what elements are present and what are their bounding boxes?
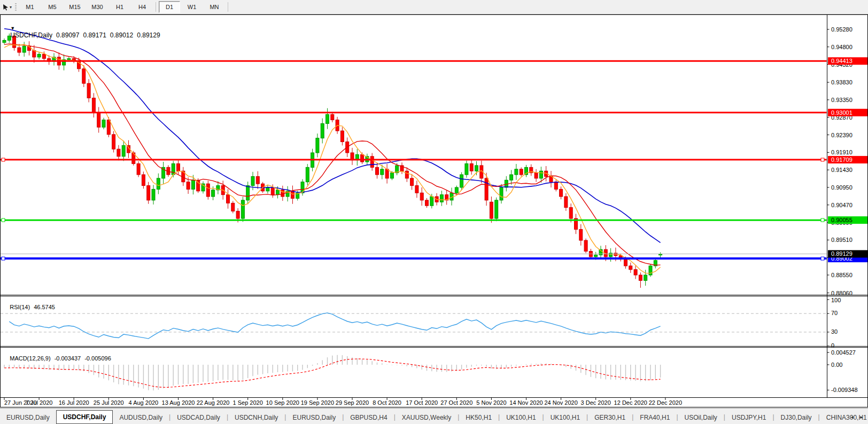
rsi-indicator-label: RSI(14)46.5745 xyxy=(3,297,55,317)
chart-tab-fra40-h1[interactable]: FRA40,H1 xyxy=(633,412,676,423)
chart-tab-eurusd-daily[interactable]: EURUSD,Daily xyxy=(0,412,56,423)
macd-signal-value: -0.005096 xyxy=(84,355,111,362)
svg-text:24 Nov 2020: 24 Nov 2020 xyxy=(544,399,577,406)
svg-text:0.93830: 0.93830 xyxy=(831,79,852,85)
svg-text:7 Jul 2020: 7 Jul 2020 xyxy=(26,399,53,406)
chart-collapse-icon[interactable]: ▼ xyxy=(10,26,15,31)
chart-title-symbol: USDCHF,Daily xyxy=(10,32,52,39)
svg-text:25 Jul 2020: 25 Jul 2020 xyxy=(94,399,124,406)
svg-text:0.95280: 0.95280 xyxy=(831,26,852,33)
svg-text:10 Sep 2020: 10 Sep 2020 xyxy=(266,399,299,406)
chart-title: ▼ USDCHF,Daily0.890970.891710.890120.891… xyxy=(3,17,160,46)
svg-text:-0.009348: -0.009348 xyxy=(831,387,858,393)
svg-text:0.93001: 0.93001 xyxy=(831,109,852,116)
svg-text:22 Aug 2020: 22 Aug 2020 xyxy=(197,399,230,406)
scroll-right-icon: ► xyxy=(859,415,864,420)
svg-text:13 Aug 2020: 13 Aug 2020 xyxy=(162,399,195,406)
svg-text:0.89129: 0.89129 xyxy=(831,250,852,257)
chart-tab-audusd-daily[interactable]: AUDUSD,Daily xyxy=(113,412,169,423)
ohlc-close: 0.89129 xyxy=(137,32,160,39)
svg-text:100: 100 xyxy=(831,297,841,303)
ohlc-high: 0.89171 xyxy=(83,32,106,39)
tab-scroll-left-button[interactable]: ◄ xyxy=(848,413,856,421)
hline-handle[interactable] xyxy=(821,257,824,260)
chart-tab-gbpusd-h4[interactable]: GBPUSD,H4 xyxy=(344,412,393,423)
svg-text:5 Nov 2020: 5 Nov 2020 xyxy=(476,399,506,406)
svg-text:0.90470: 0.90470 xyxy=(831,202,852,208)
chart-tab-uk100-h1[interactable]: UK100,H1 xyxy=(544,412,586,423)
svg-text:0.94800: 0.94800 xyxy=(831,44,852,50)
hline-handle[interactable] xyxy=(2,158,5,161)
svg-text:0.94413: 0.94413 xyxy=(831,58,852,64)
svg-text:0.88550: 0.88550 xyxy=(831,272,852,278)
scroll-left-icon: ◄ xyxy=(850,415,854,420)
svg-text:0.88060: 0.88060 xyxy=(831,290,852,296)
chart-tab-usdjpy-h1[interactable]: USDJPY,H1 xyxy=(725,412,772,423)
svg-text:0.92390: 0.92390 xyxy=(831,132,852,138)
svg-text:0.00: 0.00 xyxy=(831,362,842,368)
svg-text:22 Dec 2020: 22 Dec 2020 xyxy=(649,399,682,406)
chart-tab-usoil-daily[interactable]: USOil,Daily xyxy=(678,412,724,423)
chart-tab-dj30-daily[interactable]: DJ30,Daily xyxy=(774,412,818,423)
chart-svg[interactable]: 0.952800.948000.943200.938300.933500.928… xyxy=(0,0,868,424)
svg-text:0.004527: 0.004527 xyxy=(831,349,856,356)
chart-tab-usdchf-daily[interactable]: USDCHF,Daily xyxy=(56,410,113,424)
svg-text:4 Aug 2020: 4 Aug 2020 xyxy=(129,399,159,406)
date-axis[interactable]: 27 Jun 20207 Jul 202016 Jul 202025 Jul 2… xyxy=(4,398,682,406)
svg-text:3 Dec 2020: 3 Dec 2020 xyxy=(581,399,611,406)
svg-text:0.93350: 0.93350 xyxy=(831,97,852,103)
macd-value: -0.003437 xyxy=(55,355,81,362)
svg-text:30: 30 xyxy=(831,328,838,335)
mt4-window: ▾ M1M5M15M30H1H4D1W1MN 0.952800.948000.9… xyxy=(0,0,868,424)
hline-handle[interactable] xyxy=(821,218,824,222)
svg-text:0.90055: 0.90055 xyxy=(831,217,852,223)
tab-scroll-right-button[interactable]: ► xyxy=(857,413,866,421)
chart-tab-ger30-h1[interactable]: GER30,H1 xyxy=(588,412,632,423)
svg-text:0.91430: 0.91430 xyxy=(831,167,852,173)
svg-text:0.91910: 0.91910 xyxy=(831,149,852,155)
svg-text:27 Oct 2020: 27 Oct 2020 xyxy=(440,399,472,406)
chart-tab-hk50-h1[interactable]: HK50,H1 xyxy=(459,412,498,423)
svg-text:0.90950: 0.90950 xyxy=(831,184,852,191)
svg-text:0.91709: 0.91709 xyxy=(831,156,852,163)
ohlc-low: 0.89012 xyxy=(110,32,133,39)
svg-text:8 Oct 2020: 8 Oct 2020 xyxy=(373,399,401,406)
svg-text:16 Jul 2020: 16 Jul 2020 xyxy=(59,399,89,406)
chart-tab-uk100-h1[interactable]: UK100,H1 xyxy=(500,412,542,423)
ohlc-open: 0.89097 xyxy=(56,32,79,39)
svg-text:0.89510: 0.89510 xyxy=(831,237,852,243)
chart-tab-usdcad-daily[interactable]: USDCAD,Daily xyxy=(170,412,227,423)
macd-name: MACD(12,26,9) xyxy=(10,355,50,362)
svg-text:29 Sep 2020: 29 Sep 2020 xyxy=(336,399,369,406)
chart-tab-bar: EURUSD,DailyUSDCHF,DailyAUDUSD,Daily|USD… xyxy=(0,408,868,424)
svg-text:12 Dec 2020: 12 Dec 2020 xyxy=(614,399,647,406)
svg-text:14 Nov 2020: 14 Nov 2020 xyxy=(509,399,542,406)
chart-tab-eurusd-daily[interactable]: EURUSD,Daily xyxy=(286,412,342,423)
hline-handle[interactable] xyxy=(2,218,5,222)
svg-text:1 Sep 2020: 1 Sep 2020 xyxy=(233,399,263,406)
macd-indicator-label: MACD(12,26,9)-0.003437-0.005096 xyxy=(3,349,111,368)
svg-text:17 Oct 2020: 17 Oct 2020 xyxy=(406,399,438,406)
hline-handle[interactable] xyxy=(821,158,824,161)
svg-text:0: 0 xyxy=(831,342,834,349)
rsi-name: RSI(14) xyxy=(10,304,30,310)
rsi-value: 46.5745 xyxy=(34,304,55,310)
svg-text:19 Sep 2020: 19 Sep 2020 xyxy=(301,399,334,406)
hline-handle[interactable] xyxy=(2,257,5,260)
chart-tab-usdcnh-daily[interactable]: USDCNH,Daily xyxy=(228,412,284,423)
chart-tab-xauusd-weekly[interactable]: XAUUSD,Weekly xyxy=(396,412,458,423)
svg-text:70: 70 xyxy=(831,310,838,316)
